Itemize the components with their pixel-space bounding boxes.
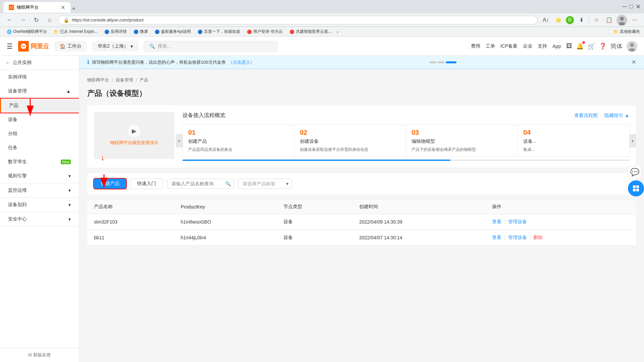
search-icon: 🔍 (225, 181, 231, 186)
grid-float-button[interactable] (628, 180, 644, 196)
action-sep-1: | (504, 219, 505, 224)
user-avatar[interactable] (627, 41, 637, 52)
flow-next-arrow[interactable]: › (629, 134, 636, 147)
refresh-button[interactable]: ↻ (31, 15, 42, 25)
bookmark-huawei2[interactable]: 🔴 共建智能世界云底... (287, 28, 334, 35)
bookmark-onenet[interactable]: 🌐 OneNet物联网平台 (4, 28, 50, 35)
sidebar-group-device-alloc[interactable]: 设备划归 ▾ (0, 198, 79, 212)
favorites-icon[interactable]: ☆ (591, 15, 602, 25)
quick-start-button[interactable]: 快速入门 (130, 178, 163, 189)
nav-link-support[interactable]: 支持 (538, 43, 547, 49)
flow-header: 设备接入流程概览 查看流程图 隐藏指引 ▲ (182, 112, 629, 119)
sidebar-item-digital-twin[interactable]: 数字孪生 New (0, 155, 79, 169)
col-product-key: ProductKey (174, 200, 277, 214)
manage-device-link-1[interactable]: 管理设备 (508, 219, 527, 224)
sidebar-back-button[interactable]: ← 公共实例 (0, 56, 79, 70)
nav-link-fee[interactable]: 费用 (471, 43, 480, 49)
sidebar-group-monitor[interactable]: 监控运维 ▾ (0, 183, 79, 198)
forward-button[interactable]: → (17, 15, 28, 25)
alert-link[interactable]: （点击进入） (228, 59, 255, 65)
back-button[interactable]: ← (4, 15, 15, 25)
security-label: 安全中心 (8, 216, 27, 222)
flow-video-text: 物联网平台模型使用演示 (110, 140, 158, 146)
sidebar-group-security[interactable]: 安全中心 ▾ (0, 212, 79, 227)
nav-link-icp[interactable]: ICP备案 (500, 43, 518, 49)
image-icon[interactable]: 🖼 (566, 43, 572, 50)
progress-dot-2 (438, 61, 444, 63)
sidebar-item-product[interactable]: 产品 (0, 99, 79, 113)
view-flow-link[interactable]: 查看流程图 (574, 113, 598, 118)
minimize-button[interactable]: ─ (622, 3, 627, 10)
breadcrumb: 物联网平台 / 设备管理 / 产品 (87, 77, 636, 83)
delete-link-2[interactable]: 删除 (533, 235, 543, 240)
alert-close-button[interactable]: ✕ (632, 59, 636, 65)
flow-video-thumbnail[interactable]: ▶ 物联网平台模型使用演示 (94, 112, 174, 159)
profile-avatar[interactable] (616, 15, 627, 25)
region-selector[interactable]: 🏠 工作台 (54, 41, 87, 51)
breadcrumb-iot[interactable]: 物联网平台 (87, 77, 109, 83)
close-window-button[interactable]: ✕ (636, 3, 641, 10)
bookmark-app[interactable]: 🔵 应用详情 (102, 28, 129, 35)
sidebar-group-rules[interactable]: 规则引擎 ▾ (0, 169, 79, 183)
region-dropdown[interactable]: 华东2（上海） ▾ (92, 41, 138, 51)
onenet-icon: 🌐 (7, 29, 12, 34)
home-button[interactable]: ⌂ (44, 15, 55, 25)
bookmark-ie[interactable]: 📁 已从 Internet Explo... (51, 28, 100, 35)
collections-icon[interactable]: 📋 (604, 15, 614, 25)
maximize-button[interactable]: □ (629, 3, 633, 10)
info-icon: ℹ (87, 59, 89, 65)
address-bar[interactable]: 🔒 https://iot.console.aliyun.com/product (58, 16, 538, 24)
view-link-1[interactable]: 查看 (492, 219, 501, 224)
cart-icon[interactable]: 🛒 (588, 43, 595, 50)
step-4-num: 04 (523, 129, 624, 136)
product-search-input[interactable] (167, 179, 234, 189)
tab-close-button[interactable]: ✕ (61, 4, 65, 11)
sidebar-item-group[interactable]: 分组 (0, 127, 79, 141)
sidebar-item-task[interactable]: 任务 (0, 141, 79, 155)
help-icon[interactable]: ❓ (599, 43, 606, 50)
product-search-wrapper: 🔍 (167, 179, 234, 189)
manage-device-link-2[interactable]: 管理设备 (508, 235, 527, 240)
flow-prev-arrow[interactable]: ‹ (176, 134, 182, 147)
svg-rect-6 (636, 189, 639, 191)
top-search[interactable]: 🔍 搜索... (144, 41, 278, 52)
other-bookmarks[interactable]: 📁 其他收藏夹 (613, 29, 640, 35)
bookmark-mooc[interactable]: 🔵 微课 (131, 28, 151, 35)
bookmark-baidu[interactable]: 🔵 百度一下，你就知道 (195, 28, 243, 35)
hide-guide-link[interactable]: 隐藏指引 ▲ (604, 113, 629, 118)
more-options-icon[interactable]: ⋯ (629, 15, 640, 25)
bell-icon[interactable]: 🔔 (576, 43, 584, 50)
bookmark-star-icon[interactable]: ⭐ (553, 15, 564, 25)
sidebar-item-instance[interactable]: 实例详情 (0, 70, 79, 84)
breadcrumb-device-mgmt[interactable]: 设备管理 (116, 77, 133, 83)
create-product-button[interactable]: 创建产品 (94, 179, 126, 189)
chat-float-button[interactable]: 💬 (628, 166, 641, 179)
product-label: 产品 (9, 103, 18, 109)
tag-select[interactable]: 请选择产品标签 (238, 179, 292, 189)
sidebar-feedback[interactable]: ⊟ 新版反馈 (0, 348, 79, 362)
view-link-2[interactable]: 查看 (492, 235, 501, 240)
bookmark-api[interactable]: 🔵 鉴权服务Api说明 (152, 28, 194, 35)
step-2-title: 创建设备 (300, 138, 400, 144)
step-3-num: 03 (412, 129, 512, 136)
new-tab-button[interactable]: + (72, 5, 76, 13)
bookmark-huawei[interactable]: 🔴 用户登录-华为云 (244, 28, 285, 35)
extension-icon[interactable]: 新 (566, 16, 574, 24)
huawei2-icon: 🔴 (289, 29, 294, 34)
sidebar-item-device[interactable]: 设备 (0, 113, 79, 127)
translate-icon[interactable]: A↕ (540, 15, 551, 25)
sidebar: ← 公共实例 实例详情 设备管理 ▲ 产品 设备 分 (0, 56, 79, 362)
language-icon[interactable]: 简体 (610, 42, 623, 50)
active-tab[interactable]: IoT 物联网平台 ✕ (3, 2, 70, 13)
flow-scrollbar (182, 160, 629, 161)
nav-link-app[interactable]: App (552, 44, 561, 49)
download-icon[interactable]: ⬇ (576, 15, 587, 25)
sidebar-group-device-mgmt[interactable]: 设备管理 ▲ (0, 84, 79, 99)
hamburger-menu-icon[interactable]: ☰ (7, 42, 13, 50)
step-3-desc: 产品下的设备都会继承产品的物模型 (412, 146, 512, 153)
folder-icon: 📁 (54, 29, 59, 34)
bookmarks-chevron[interactable]: › (337, 29, 338, 35)
nav-link-enterprise[interactable]: 企业 (523, 43, 532, 49)
play-button-icon[interactable]: ▶ (128, 125, 140, 137)
nav-link-ticket[interactable]: 工单 (486, 43, 495, 49)
